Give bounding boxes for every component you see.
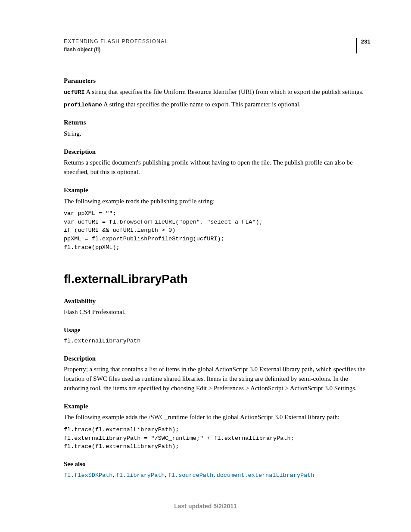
header-left: EXTENDING FLASH PROFESSIONAL flash objec… — [64, 38, 356, 54]
page: EXTENDING FLASH PROFESSIONAL flash objec… — [0, 0, 411, 532]
param-desc: A string that specifies the profile name… — [102, 101, 301, 108]
returns-text: String. — [64, 129, 373, 139]
description-heading: Description — [64, 147, 373, 157]
usage-code: fl.externalLibraryPath — [64, 337, 373, 345]
returns-heading: Returns — [64, 118, 373, 128]
api-title: fl.externalLibraryPath — [64, 271, 373, 288]
example-intro-2: The following example adds the /SWC_runt… — [64, 413, 373, 422]
param-desc: A string that specifies the file Uniform… — [85, 88, 364, 95]
availability-text: Flash CS4 Professional. — [64, 308, 373, 317]
description-text: Returns a specific document's publishing… — [64, 158, 373, 177]
see-also-links: fl.flexSDKPath, fl.libraryPath, fl.sourc… — [64, 470, 373, 480]
page-header: EXTENDING FLASH PROFESSIONAL flash objec… — [64, 38, 373, 54]
availability-heading: Availability — [64, 297, 373, 306]
param-profilename: profileName A string that specifies the … — [64, 100, 373, 109]
doc-subtitle: flash object (fl) — [64, 46, 356, 53]
content: Parameters ucfURI A string that specifie… — [64, 76, 373, 480]
page-number: 231 — [356, 38, 373, 53]
example-heading: Example — [64, 186, 373, 195]
parameters-heading: Parameters — [64, 76, 373, 86]
param-name: profileName — [64, 102, 102, 108]
see-also-heading: See also — [64, 460, 373, 469]
link-document-externallibrarypath[interactable]: document.externalLibraryPath — [217, 472, 314, 479]
description-text-2: Property; a string that contains a list … — [64, 365, 373, 393]
example-code: var ppXML = ""; var ucfURI = fl.browseFo… — [64, 209, 373, 252]
example-code-2: fl.trace(fl.externalLibraryPath); fl.ext… — [64, 426, 373, 451]
sep: , — [213, 471, 217, 478]
link-flexsdkpath[interactable]: fl.flexSDKPath — [64, 472, 112, 479]
doc-title: EXTENDING FLASH PROFESSIONAL — [64, 38, 356, 45]
link-librarypath[interactable]: fl.libraryPath — [116, 472, 165, 479]
usage-heading: Usage — [64, 326, 373, 335]
param-ucfuri: ucfURI A string that specifies the file … — [64, 87, 373, 97]
description-heading-2: Description — [64, 354, 373, 364]
example-heading-2: Example — [64, 402, 373, 411]
link-sourcepath[interactable]: fl.sourcePath — [168, 472, 213, 479]
sep: , — [112, 471, 116, 478]
param-name: ucfURI — [64, 89, 85, 96]
footer-updated: Last updated 5/2/2011 — [0, 502, 411, 510]
example-intro: The following example reads the publishi… — [64, 197, 373, 206]
sep: , — [165, 471, 168, 478]
